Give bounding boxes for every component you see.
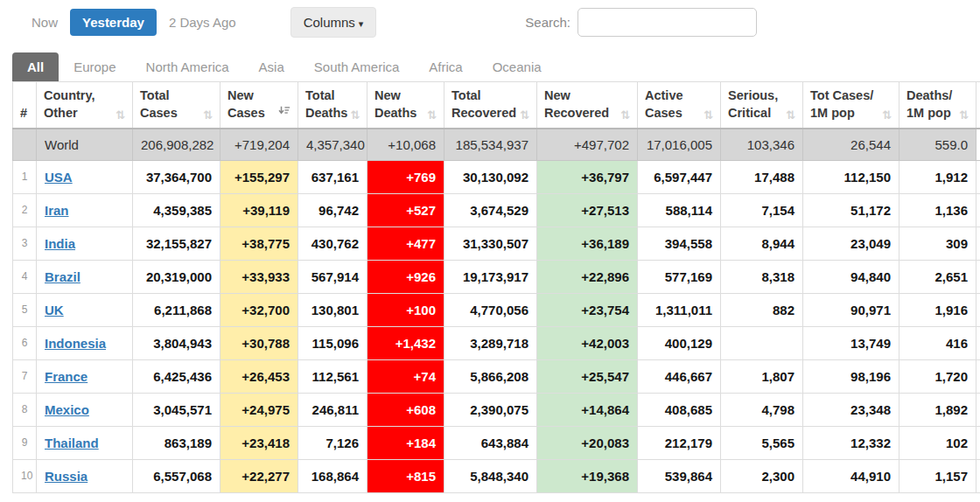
world-totals-row: World206,908,282+719,2044,357,340+10,068… <box>13 129 980 161</box>
time-tabs: NowYesterday2 Days Ago <box>19 9 248 36</box>
cell-active-cases: 212,179 <box>638 427 721 460</box>
country-link-france[interactable]: France <box>45 369 88 384</box>
rank-cell: 5 <box>13 294 37 327</box>
cell-active-cases: 1,311,011 <box>638 294 721 327</box>
country-cell: Brazil <box>37 261 133 294</box>
column-header-new-deaths[interactable]: New Deaths⇅ <box>368 82 444 129</box>
column-header-total-recovered[interactable]: Total Recovered⇅ <box>444 82 537 129</box>
table-body: World206,908,282+719,2044,357,340+10,068… <box>13 129 980 493</box>
cell-total-cases: 20,319,000 <box>133 261 220 294</box>
cell-total-cases: 3,804,943 <box>133 327 220 360</box>
country-cell: France <box>37 360 133 394</box>
search-area: Search: <box>525 8 757 37</box>
cell-total-recovered: 31,330,507 <box>444 227 537 261</box>
cell-new-deaths: +74 <box>368 360 444 394</box>
cell-new-cases: +30,788 <box>220 327 298 360</box>
cell-total-cases: 3,045,571 <box>133 394 220 427</box>
rank-cell <box>13 129 37 161</box>
column-label: Total Deaths <box>305 87 347 122</box>
world-new-deaths: +10,068 <box>368 129 444 161</box>
continent-tab-asia[interactable]: Asia <box>244 52 299 81</box>
rank-cell: 9 <box>13 427 37 460</box>
column-label: Serious, Critical <box>728 87 778 122</box>
continent-tab-all[interactable]: All <box>12 52 59 81</box>
cell-tot-cases-1m-pop: 12,332 <box>803 427 900 460</box>
country-cell: Mexico <box>37 394 133 427</box>
cell-serious-critical: 5,565 <box>721 427 803 460</box>
country-cell: UK <box>37 294 133 327</box>
caret-down-icon: ▾ <box>359 18 364 29</box>
column-header-active-cases[interactable]: Active Cases⇅ <box>638 82 721 129</box>
cell-new-deaths: +527 <box>368 194 444 227</box>
continent-tab-north-america[interactable]: North America <box>131 52 244 81</box>
column-label: Deaths/ 1M pop <box>906 87 952 122</box>
spacer-cell <box>976 327 980 360</box>
world-deaths-1m-pop: 559.0 <box>900 129 976 161</box>
spacer-cell <box>976 394 980 427</box>
rank-cell: 7 <box>13 360 37 394</box>
search-input[interactable] <box>578 8 757 37</box>
country-link-uk[interactable]: UK <box>45 303 64 317</box>
cell-active-cases: 588,114 <box>638 194 721 227</box>
column-header-total-deaths[interactable]: Total Deaths⇅ <box>298 82 368 129</box>
sort-icon: ⇅ <box>203 109 213 121</box>
spacer-cell <box>976 161 980 194</box>
country-link-brazil[interactable]: Brazil <box>45 269 80 284</box>
country-link-mexico[interactable]: Mexico <box>45 402 89 417</box>
cell-tot-cases-1m-pop: 90,971 <box>803 294 900 327</box>
rank-cell: 8 <box>13 394 37 427</box>
column-header-total-cases[interactable]: Total Cases⇅ <box>133 82 220 129</box>
column-label: Total Cases <box>140 87 178 122</box>
column-header-tot-cases-1m-pop[interactable]: Tot Cases/ 1M pop⇅ <box>803 82 900 129</box>
continent-tab-south-america[interactable]: South America <box>299 52 415 81</box>
cell-new-recovered: +23,754 <box>537 294 638 327</box>
cell-total-deaths: 115,096 <box>298 327 368 360</box>
country-link-russia[interactable]: Russia <box>45 469 88 484</box>
table-row-france: 7France6,425,436+26,453112,561+745,866,2… <box>13 360 980 394</box>
column-label: Tot Cases/ 1M pop <box>810 87 873 122</box>
column-header-new-recovered[interactable]: New Recovered⇅ <box>537 82 638 129</box>
continent-tab-europe[interactable]: Europe <box>59 52 130 81</box>
continent-tab-africa[interactable]: Africa <box>414 52 477 81</box>
table-row-mexico: 8Mexico3,045,571+24,975246,811+6082,390,… <box>13 394 980 427</box>
sort-icon: ⇅ <box>520 109 529 121</box>
column-header-new-cases[interactable]: New Cases <box>220 82 298 129</box>
country-link-usa[interactable]: USA <box>45 170 73 185</box>
country-link-india[interactable]: India <box>45 236 75 251</box>
table-row-uk: 5UK6,211,868+32,700130,801+1004,770,056+… <box>13 294 980 327</box>
world-label: World <box>37 129 133 161</box>
rank-cell: 10 <box>13 460 37 493</box>
cell-new-deaths: +608 <box>368 394 444 427</box>
cell-active-cases: 577,169 <box>638 261 721 294</box>
world-total-deaths: 4,357,340 <box>298 129 368 161</box>
rank-cell: 1 <box>13 161 37 194</box>
world-serious-critical: 103,346 <box>721 129 803 161</box>
time-tab-2-days-ago[interactable]: 2 Days Ago <box>157 9 248 36</box>
column-header-country-other[interactable]: Country, Other⇅ <box>37 82 133 129</box>
cell-total-cases: 37,364,700 <box>133 161 220 194</box>
column-header-deaths-1m-pop[interactable]: Deaths/ 1M pop⇅ <box>900 82 976 129</box>
rank-cell: 4 <box>13 261 37 294</box>
country-link-indonesia[interactable]: Indonesia <box>45 336 106 351</box>
continent-tab-oceania[interactable]: Oceania <box>478 52 556 81</box>
columns-dropdown-button[interactable]: Columns▾ <box>290 7 377 38</box>
cell-deaths-1m-pop: 1,720 <box>900 360 976 394</box>
column-label: Active Cases <box>645 87 683 122</box>
country-link-thailand[interactable]: Thailand <box>45 436 99 450</box>
cell-new-deaths: +815 <box>368 460 444 493</box>
table-row-usa: 1USA37,364,700+155,297637,161+76930,130,… <box>13 161 980 194</box>
sort-icon: ⇅ <box>704 109 713 121</box>
world-total-cases: 206,908,282 <box>133 129 220 161</box>
rank-cell: 3 <box>13 227 37 261</box>
cell-serious-critical: 882 <box>721 294 803 327</box>
column-header-serious-critical[interactable]: Serious, Critical⇅ <box>721 82 803 129</box>
sort-icon: ⇅ <box>427 109 437 121</box>
country-link-iran[interactable]: Iran <box>45 203 69 218</box>
time-tab-yesterday[interactable]: Yesterday <box>70 9 157 36</box>
cell-tot-cases-1m-pop: 13,749 <box>803 327 900 360</box>
cell-serious-critical <box>721 327 803 360</box>
time-tab-now[interactable]: Now <box>19 9 70 36</box>
cell-serious-critical: 1,807 <box>721 360 803 394</box>
column-label: Country, Other <box>44 87 95 122</box>
sort-icon: ⇅ <box>959 109 969 121</box>
